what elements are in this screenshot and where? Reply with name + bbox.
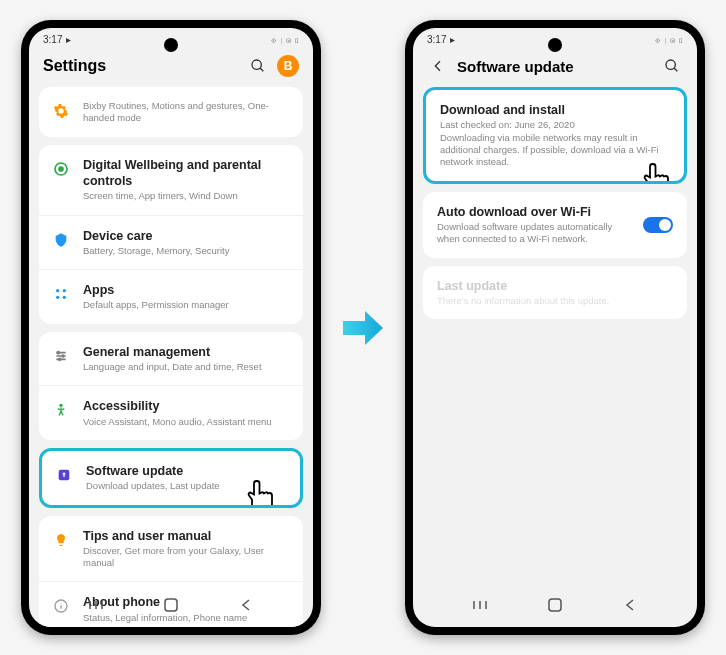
row-software-update: Software update Download updates, Last u… <box>42 451 300 505</box>
row-sub: Download software updates automatically … <box>437 221 627 246</box>
row-wellbeing[interactable]: Digital Wellbeing and parental controls … <box>39 145 303 215</box>
svg-rect-22 <box>165 599 177 611</box>
search-icon[interactable] <box>661 55 683 77</box>
svg-point-0 <box>252 60 261 69</box>
svg-point-11 <box>57 351 59 353</box>
row-title: Tips and user manual <box>83 528 291 544</box>
row-sub: Battery, Storage, Memory, Security <box>83 245 291 257</box>
card-last-update: Last update There's no information about… <box>423 266 687 320</box>
status-app-icon: ▸ <box>450 34 455 45</box>
row-title: Software update <box>86 463 288 479</box>
card-download-install-highlighted[interactable]: Download and install Last checked on: Ju… <box>423 87 687 184</box>
status-time: 3:17 <box>43 34 62 45</box>
gear-icon <box>51 101 71 121</box>
svg-point-23 <box>666 60 675 69</box>
device-care-icon <box>51 230 71 250</box>
row-sub: There's no information about this update… <box>437 295 669 307</box>
page-title: Settings <box>43 57 239 75</box>
svg-point-7 <box>63 296 66 299</box>
search-icon[interactable] <box>247 55 269 77</box>
row-sub: Default apps, Permission manager <box>83 299 291 311</box>
accessibility-icon <box>51 400 71 420</box>
camera-notch <box>164 38 178 52</box>
row-title: Last update <box>437 278 669 294</box>
phone-right: 3:17 ▸ ⟐ ⋮ ⊚ ▯ Software update Download … <box>405 20 705 635</box>
row-sub: Discover, Get more from your Galaxy, Use… <box>83 545 291 570</box>
card-software-update-highlighted[interactable]: Software update Download updates, Last u… <box>39 448 303 508</box>
auto-download-toggle[interactable] <box>643 217 673 233</box>
svg-point-6 <box>56 296 59 299</box>
page-title: Software update <box>457 58 653 75</box>
screen-settings: 3:17 ▸ ⟐ ⋮ ⊚ ▯ Settings B Bixby Routines… <box>29 28 313 627</box>
back-button[interactable] <box>231 595 261 615</box>
recents-button[interactable] <box>81 595 111 615</box>
row-title: Apps <box>83 282 291 298</box>
nav-bar <box>29 587 313 623</box>
row-sub: Last checked on: June 26, 2020 Downloadi… <box>440 119 666 168</box>
svg-point-4 <box>56 289 59 292</box>
settings-header: Settings B <box>29 47 313 87</box>
row-title: Digital Wellbeing and parental controls <box>83 157 291 190</box>
svg-point-5 <box>63 289 66 292</box>
status-app-icon: ▸ <box>66 34 71 45</box>
update-options: Download and install Last checked on: Ju… <box>413 87 697 337</box>
back-button[interactable] <box>615 595 645 615</box>
row-sub: Bixby Routines, Motions and gestures, On… <box>83 100 291 125</box>
row-title: Download and install <box>440 102 666 118</box>
row-general[interactable]: General management Language and input, D… <box>39 332 303 386</box>
home-button[interactable] <box>540 595 570 615</box>
row-title: General management <box>83 344 291 360</box>
recents-button[interactable] <box>465 595 495 615</box>
row-sub: Download updates, Last update <box>86 480 288 492</box>
svg-line-1 <box>260 68 263 71</box>
row-apps[interactable]: Apps Default apps, Permission manager <box>39 269 303 324</box>
row-accessibility[interactable]: Accessibility Voice Assistant, Mono audi… <box>39 385 303 440</box>
card-group-1: Digital Wellbeing and parental controls … <box>39 145 303 324</box>
svg-point-12 <box>62 355 64 357</box>
home-button[interactable] <box>156 595 186 615</box>
status-icons: ⟐ ⋮ ⊚ ▯ <box>655 35 683 45</box>
row-sub: Language and input, Date and time, Reset <box>83 361 291 373</box>
card-advanced-features[interactable]: Bixby Routines, Motions and gestures, On… <box>39 87 303 137</box>
row-title: Device care <box>83 228 291 244</box>
camera-notch <box>548 38 562 52</box>
status-icons: ⟐ ⋮ ⊚ ▯ <box>271 35 299 45</box>
profile-avatar[interactable]: B <box>277 55 299 77</box>
svg-point-3 <box>59 167 63 171</box>
svg-point-14 <box>59 404 62 407</box>
row-tips[interactable]: Tips and user manual Discover, Get more … <box>39 516 303 582</box>
row-title: Auto download over Wi-Fi <box>437 204 627 220</box>
transition-arrow-icon <box>339 304 387 352</box>
screen-software-update: 3:17 ▸ ⟐ ⋮ ⊚ ▯ Software update Download … <box>413 28 697 627</box>
nav-bar <box>413 587 697 623</box>
svg-line-24 <box>674 68 677 71</box>
apps-icon <box>51 284 71 304</box>
back-icon[interactable] <box>427 55 449 77</box>
status-time: 3:17 <box>427 34 446 45</box>
svg-point-13 <box>59 358 61 360</box>
wellbeing-icon <box>51 159 71 179</box>
svg-rect-28 <box>549 599 561 611</box>
phone-left: 3:17 ▸ ⟐ ⋮ ⊚ ▯ Settings B Bixby Routines… <box>21 20 321 635</box>
row-title: Accessibility <box>83 398 291 414</box>
card-auto-download[interactable]: Auto download over Wi-Fi Download softwa… <box>423 192 687 258</box>
general-icon <box>51 346 71 366</box>
software-update-header: Software update <box>413 47 697 87</box>
tips-icon <box>51 530 71 550</box>
update-icon <box>54 465 74 485</box>
settings-list: Bixby Routines, Motions and gestures, On… <box>29 87 313 627</box>
row-sub: Voice Assistant, Mono audio, Assistant m… <box>83 416 291 428</box>
row-device-care[interactable]: Device care Battery, Storage, Memory, Se… <box>39 215 303 270</box>
card-group-2: General management Language and input, D… <box>39 332 303 440</box>
row-sub: Screen time, App timers, Wind Down <box>83 190 291 202</box>
